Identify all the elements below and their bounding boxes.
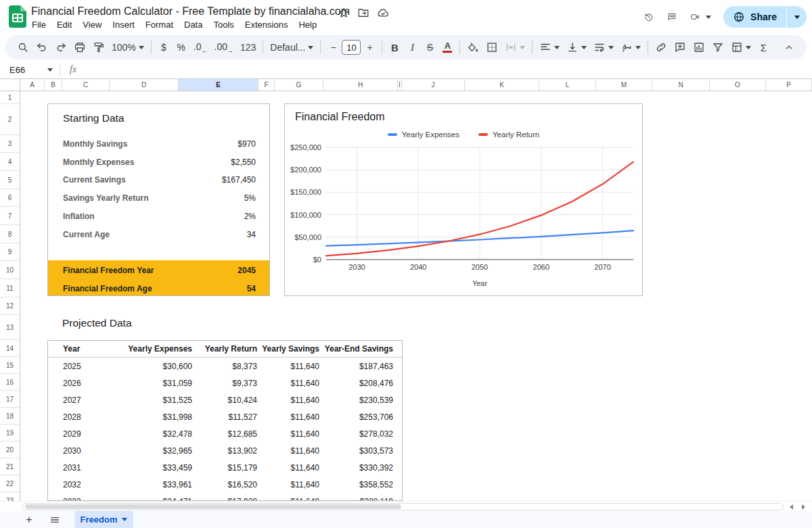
starting-data-row[interactable]: Inflation2% [63, 208, 256, 224]
table-row[interactable]: 2029$32,478$12,685$11,640$278,032 [48, 425, 402, 442]
table-cell[interactable]: $187,463 [319, 362, 393, 371]
font-size-input[interactable]: 10 [342, 40, 361, 55]
table-cell[interactable]: $11,640 [257, 395, 319, 405]
table-cell[interactable]: 2032 [48, 480, 109, 489]
table-row[interactable]: 2031$33,459$15,179$11,640$330,392 [48, 459, 402, 476]
format-currency-button[interactable]: $ [155, 39, 173, 56]
column-header-M[interactable]: M [596, 79, 652, 91]
table-cell[interactable]: 2030 [48, 446, 109, 456]
menu-view[interactable]: View [77, 18, 107, 31]
row-header-5[interactable]: 5 [0, 171, 20, 189]
projected-data-title[interactable]: Projected Data [62, 317, 132, 329]
table-cell[interactable]: $11,640 [257, 379, 319, 388]
column-header-A[interactable]: A [20, 79, 45, 91]
sheet-canvas[interactable]: Starting Data Monthly Savings$970Monthly… [20, 91, 812, 501]
column-header-J[interactable]: J [402, 79, 465, 91]
starting-data-title[interactable]: Starting Data [63, 112, 124, 124]
table-cell[interactable]: $16,520 [192, 480, 257, 489]
column-header-P[interactable]: P [766, 79, 812, 91]
scroll-left-arrow[interactable] [790, 504, 793, 510]
print-button[interactable] [70, 39, 89, 56]
comment-history-icon[interactable] [664, 9, 679, 24]
table-cell[interactable]: $11,527 [192, 412, 257, 422]
create-filter-button[interactable] [708, 39, 727, 56]
text-wrap-button[interactable] [590, 39, 617, 56]
row-header-22[interactable]: 22 [0, 475, 20, 492]
sheet-tab-caret[interactable] [122, 518, 127, 521]
more-formats-button[interactable]: 123 [237, 39, 259, 56]
table-cell[interactable]: 2027 [48, 395, 109, 405]
menu-format[interactable]: Format [140, 18, 179, 31]
table-cell[interactable]: $303,573 [319, 446, 393, 456]
table-cell[interactable]: $358,552 [319, 480, 393, 489]
table-cell[interactable]: $10,424 [192, 395, 257, 405]
table-cell[interactable]: $15,179 [192, 463, 257, 473]
insert-comment-button[interactable] [671, 39, 690, 56]
row-header-4[interactable]: 4 [0, 153, 20, 171]
column-header-N[interactable]: N [652, 79, 710, 91]
row-header-21[interactable]: 21 [0, 458, 20, 475]
fill-color-button[interactable] [464, 39, 482, 56]
table-cell[interactable]: $253,706 [319, 412, 393, 422]
share-button-main[interactable]: Share [723, 6, 786, 28]
row-header-19[interactable]: 19 [0, 425, 20, 441]
table-cell[interactable]: $32,478 [109, 429, 192, 439]
table-cell[interactable]: 2029 [48, 429, 109, 439]
table-cell[interactable]: $11,640 [257, 480, 319, 489]
row-header-23[interactable]: 23 [0, 492, 20, 501]
row-header-8[interactable]: 8 [0, 225, 20, 243]
row-header-2[interactable]: 2 [0, 104, 20, 135]
table-header-cell[interactable]: Year-End Savings [319, 344, 393, 354]
table-header-cell[interactable]: Yearly Savings [257, 344, 319, 354]
table-cell[interactable]: $31,525 [109, 395, 192, 405]
column-header-F[interactable]: F [258, 79, 275, 91]
menu-help[interactable]: Help [293, 18, 322, 31]
scrollbar-thumb[interactable] [25, 504, 401, 509]
row-header-12[interactable]: 12 [0, 297, 20, 315]
table-row[interactable]: 2033$34,471$17,928$11,640$388,119 [48, 493, 402, 501]
functions-button[interactable]: Σ [754, 39, 772, 56]
column-header-B[interactable]: B [45, 79, 62, 91]
row-header-6[interactable]: 6 [0, 189, 20, 207]
table-cell[interactable]: $32,965 [109, 446, 192, 456]
table-cell[interactable]: $31,998 [109, 412, 192, 422]
row-header-11[interactable]: 11 [0, 279, 20, 297]
meet-dropdown-caret[interactable] [706, 16, 711, 19]
row-header-18[interactable]: 18 [0, 408, 20, 425]
share-dropdown[interactable] [786, 6, 807, 28]
vertical-align-button[interactable] [563, 39, 590, 56]
table-header-cell[interactable]: Yearly Expenses [109, 344, 192, 354]
hide-menus-button[interactable] [780, 39, 798, 56]
zoom-control[interactable]: 100% [108, 39, 148, 56]
bold-button[interactable]: B [386, 39, 403, 56]
starting-data-row[interactable]: Current Savings$167,450 [63, 172, 256, 188]
borders-button[interactable] [482, 39, 501, 56]
table-row[interactable]: 2028$31,998$11,527$11,640$253,706 [48, 408, 402, 425]
undo-button[interactable] [32, 39, 51, 56]
table-cell[interactable]: $11,640 [257, 463, 319, 473]
table-cell[interactable]: $11,640 [257, 446, 319, 456]
row-header-7[interactable]: 7 [0, 207, 20, 225]
add-sheet-button[interactable]: + [20, 511, 38, 528]
row-header-3[interactable]: 3 [0, 135, 20, 153]
increase-decimal-button[interactable]: .00→ [211, 39, 237, 56]
row-header-9[interactable]: 9 [0, 243, 20, 261]
column-header-D[interactable]: D [110, 79, 179, 91]
table-cell[interactable]: $8,373 [192, 362, 257, 371]
table-row[interactable]: 2030$32,965$13,902$11,640$303,573 [48, 442, 402, 459]
formula-input[interactable] [76, 61, 812, 78]
sheet-tab-freedom[interactable]: Freedom [74, 511, 133, 528]
table-cell[interactable]: $33,961 [109, 480, 192, 489]
starting-data-row[interactable]: Monthly Savings$970 [63, 136, 256, 152]
all-sheets-button[interactable] [46, 511, 64, 528]
search-button[interactable] [14, 39, 32, 56]
starting-data-row[interactable]: Savings Yearly Return5% [63, 190, 256, 206]
row-header-13[interactable]: 13 [0, 315, 20, 340]
column-header-C[interactable]: C [62, 79, 110, 91]
starting-data-row[interactable]: Current Age34 [63, 226, 256, 243]
insert-link-button[interactable] [652, 39, 671, 56]
scroll-right-arrow[interactable] [802, 504, 805, 510]
decrease-decimal-button[interactable]: .0← [190, 39, 211, 56]
table-cell[interactable]: $33,459 [109, 463, 192, 473]
chart-card[interactable]: Financial Freedom Yearly ExpensesYearly … [284, 103, 643, 296]
